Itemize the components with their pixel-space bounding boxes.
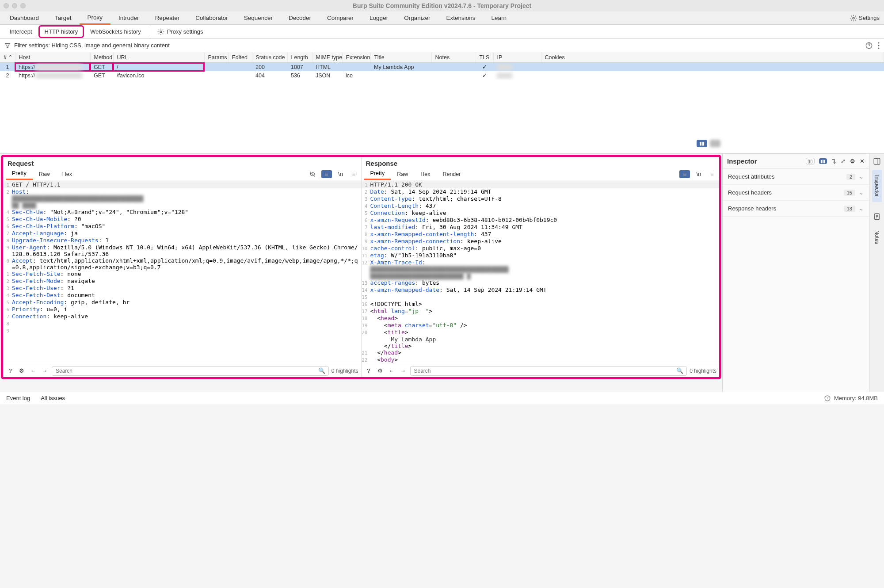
response-editor[interactable]: 1HTTP/1.1 200 OK2Date: Sat, 14 Sep 2024 …	[362, 180, 720, 364]
kebab-menu-icon[interactable]	[878, 42, 880, 49]
col-length[interactable]: Length	[287, 52, 312, 63]
col-title[interactable]: Title	[370, 52, 431, 63]
newline-icon[interactable]: \n	[336, 170, 345, 178]
col-ext[interactable]: Extension	[342, 52, 370, 63]
layout-icon-1[interactable]: ▯▯	[806, 158, 815, 164]
layout-toggle-icon[interactable]: ▮▮	[697, 140, 707, 147]
response-tab-raw[interactable]: Raw	[391, 169, 414, 179]
request-highlight-count: 0 highlights	[332, 368, 358, 374]
layout-option-icon[interactable]	[710, 140, 720, 147]
tab-organizer[interactable]: Organizer	[396, 12, 438, 24]
filter-bar[interactable]: Filter settings: Hiding CSS, image and g…	[0, 39, 884, 52]
tab-learn[interactable]: Learn	[483, 12, 514, 24]
tab-target[interactable]: Target	[47, 12, 80, 24]
collapse-icon[interactable]: ⇅	[831, 158, 836, 164]
col-ip[interactable]: IP	[493, 52, 541, 63]
request-search-input[interactable]	[52, 366, 329, 376]
help-icon[interactable]	[865, 42, 873, 49]
format-icon[interactable]: ≡	[679, 170, 690, 178]
request-title: Request	[3, 157, 361, 168]
hamburger-menu-icon[interactable]: ≡	[708, 170, 716, 178]
event-log-button[interactable]: Event log	[6, 395, 30, 401]
proxy-settings-button[interactable]: Proxy settings	[153, 28, 208, 35]
rail-tab-inspector[interactable]: Inspector	[872, 170, 882, 202]
format-icon[interactable]: ≡	[321, 170, 332, 178]
rail-tab-notes[interactable]: Notes	[872, 225, 882, 249]
gear-icon[interactable]: ⚙	[850, 158, 855, 164]
sub-tab-intercept[interactable]: Intercept	[4, 25, 38, 38]
close-window-icon[interactable]	[4, 3, 9, 8]
sub-tab-http-history[interactable]: HTTP history	[38, 25, 84, 38]
inspector-row[interactable]: Request headers15⌄	[723, 185, 869, 201]
col-status[interactable]: Status code	[252, 52, 287, 63]
col-method[interactable]: Method	[90, 52, 113, 63]
gear-icon	[157, 28, 164, 35]
hide-icon[interactable]	[308, 170, 317, 178]
panel-icon[interactable]	[873, 157, 881, 165]
next-icon[interactable]: →	[40, 367, 49, 375]
col-url[interactable]: URL	[113, 52, 204, 63]
response-tab-hex[interactable]: Hex	[414, 169, 436, 179]
request-editor[interactable]: 1GET / HTTP/1.12Host:███████████████████…	[3, 180, 361, 364]
tab-dashboard[interactable]: Dashboard	[2, 12, 47, 24]
inspector-panel: Inspector ▯▯ ▮▮ ⇅ ⤢ ⚙ ✕ Request attribut…	[722, 154, 869, 392]
response-tab-pretty[interactable]: Pretty	[364, 168, 391, 180]
all-issues-button[interactable]: All issues	[41, 395, 65, 401]
tab-decoder[interactable]: Decoder	[281, 12, 319, 24]
layout-icon-2[interactable]: ▮▮	[819, 158, 827, 164]
prev-icon[interactable]: ←	[29, 367, 38, 375]
tab-extensions[interactable]: Extensions	[438, 12, 483, 24]
inspector-row-label: Request headers	[728, 189, 772, 196]
svg-rect-6	[874, 158, 880, 164]
inspector-header: Inspector ▯▯ ▮▮ ⇅ ⤢ ⚙ ✕	[723, 154, 869, 169]
svg-point-3	[878, 42, 880, 43]
svg-point-5	[878, 47, 880, 49]
newline-icon[interactable]: \n	[694, 170, 703, 178]
help-icon[interactable]: ?	[364, 367, 373, 375]
sub-tab-websockets[interactable]: WebSockets history	[84, 25, 147, 38]
chevron-down-icon: ⌄	[859, 189, 864, 196]
col-params[interactable]: Params	[204, 52, 228, 63]
tab-collaborator[interactable]: Collaborator	[187, 12, 236, 24]
inspector-row[interactable]: Request attributes2⌄	[723, 169, 869, 185]
response-search-input[interactable]	[410, 366, 687, 376]
table-row[interactable]: 2https://████████████GET/favicon.ico4045…	[0, 71, 884, 80]
col-host[interactable]: Host	[15, 52, 90, 63]
col-notes[interactable]: Notes	[431, 52, 476, 63]
request-tab-hex[interactable]: Hex	[56, 169, 78, 179]
next-icon[interactable]: →	[399, 367, 408, 375]
table-row[interactable]: 1https://████████████GET/2001007HTMLMy L…	[0, 63, 884, 72]
request-tab-raw[interactable]: Raw	[33, 169, 56, 179]
expand-icon[interactable]: ⤢	[841, 158, 846, 164]
close-icon[interactable]: ✕	[860, 158, 865, 164]
hamburger-menu-icon[interactable]: ≡	[350, 170, 358, 178]
tab-proxy[interactable]: Proxy	[80, 11, 111, 25]
tab-comparer[interactable]: Comparer	[319, 12, 362, 24]
tab-intruder[interactable]: Intruder	[110, 12, 147, 24]
inspector-row-label: Response headers	[728, 205, 776, 212]
minimize-window-icon[interactable]	[12, 3, 17, 8]
main-tab-bar: Dashboard Target Proxy Intruder Repeater…	[0, 11, 884, 25]
filter-icon	[4, 42, 11, 49]
col-mime[interactable]: MIME type	[312, 52, 342, 63]
col-edited[interactable]: Edited	[228, 52, 252, 63]
col-num[interactable]: # ⌃	[0, 52, 15, 63]
request-tab-pretty[interactable]: Pretty	[6, 168, 33, 180]
response-tab-render[interactable]: Render	[436, 169, 467, 179]
tab-sequencer[interactable]: Sequencer	[236, 12, 281, 24]
gear-icon[interactable]: ⚙	[376, 367, 385, 375]
notes-icon[interactable]	[873, 213, 881, 221]
tab-logger[interactable]: Logger	[362, 12, 396, 24]
col-cookies[interactable]: Cookies	[541, 52, 884, 63]
prev-icon[interactable]: ←	[387, 367, 396, 375]
help-icon[interactable]: ?	[6, 367, 15, 375]
maximize-window-icon[interactable]	[20, 3, 26, 8]
gear-icon[interactable]: ⚙	[17, 367, 26, 375]
inspector-row[interactable]: Response headers13⌄	[723, 201, 869, 217]
settings-button[interactable]: Settings	[850, 15, 880, 22]
tab-repeater[interactable]: Repeater	[147, 12, 188, 24]
col-tls[interactable]: TLS	[476, 52, 493, 63]
inspector-title: Inspector	[727, 157, 757, 165]
status-bar: Event log All issues Memory: 94.8MB	[0, 392, 884, 404]
proxy-settings-label: Proxy settings	[167, 28, 203, 35]
